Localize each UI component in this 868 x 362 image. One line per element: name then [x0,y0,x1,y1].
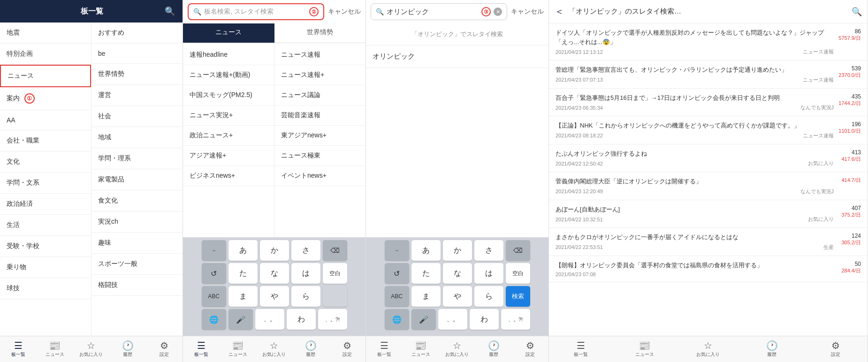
kb-abc-2[interactable]: ABC [202,286,226,307]
kb-mic-3[interactable]: 🎤 [411,309,436,330]
kb-ha-2[interactable]: は [291,263,320,284]
tab-news-2[interactable]: ニュース [183,23,274,43]
kb-wa-2[interactable]: わ [287,309,316,330]
panel1-search-icon[interactable]: 🔍 [165,6,175,16]
result-item[interactable]: ニュース速報+(動画) [183,65,274,85]
result-item[interactable]: ニュース極東 [274,146,365,166]
nav3-hist[interactable]: 🕐 履歴 [475,336,512,362]
result-search-icon[interactable]: 🔍 [852,7,862,17]
board-item[interactable]: 球技 [0,278,91,299]
board-item[interactable]: おすすめ [91,23,183,44]
kb-wa-3[interactable]: わ [470,309,499,330]
board-item[interactable]: 地域 [91,127,183,148]
news-item-3[interactable]: 【正論】NHK「これからオリンピックへの機運をどうやって高めて行くかが課題です。… [549,116,868,144]
kb-ha-3[interactable]: は [474,263,503,284]
suggestion-item-3[interactable]: オリンピック [366,45,548,68]
kb-search-3[interactable]: 検索 [506,286,530,307]
news-item-6[interactable]: あぼーん[自動あぼーん] 2021/04/22 10:32:51 お気に入り 4… [549,200,868,228]
kb-sa-2[interactable]: さ [291,240,320,261]
board-item[interactable]: 政治経済 [0,194,91,215]
board-item[interactable]: スポーツ一般 [91,254,183,275]
kb-ra-2[interactable]: ら [291,286,320,307]
search-box-3[interactable]: 🔍 オリンピック ③ ✕ [371,3,507,20]
news-item-8[interactable]: 【朗報】オリンピック委員会「選手村の食堂では福島県の食材を活用する」 2021/… [549,256,868,283]
news-item-1[interactable]: 菅総理「緊急事態宣言出ても、オリンピック・パラリンピックは予定通り進めたい」 2… [549,60,868,89]
kb-abc-3[interactable]: ABC [385,286,409,307]
news-item-4[interactable]: たぶんオリンピック強行するよね 2021/04/22 12:50:42 お気に入… [549,144,868,173]
kb-ka-3[interactable]: か [443,240,472,261]
kb-ma-3[interactable]: ま [411,286,441,307]
nav3-board[interactable]: ☰ 板一覧 [366,336,403,362]
result-item[interactable]: 中国スモッグ(PM2.5) [183,85,274,106]
nav2-board[interactable]: ☰ 板一覧 [183,336,220,362]
kb-ya-2[interactable]: や [260,286,289,307]
kb-mic-2[interactable]: 🎤 [228,309,253,330]
news-item-0[interactable]: ドイツ人「オリンピックで選手が人種差別反対のメッセージを出しても問題ないよな？」… [549,23,868,60]
clear-button-3[interactable]: ✕ [494,8,502,16]
kb-a-2[interactable]: あ [228,240,258,261]
board-item[interactable]: be [91,44,183,64]
nav-favorites[interactable]: ☆ お気に入り [73,336,110,362]
kb-na-2[interactable]: な [260,263,289,284]
result-item[interactable]: 芸能音楽速報 [274,106,365,126]
kb-punct-3[interactable]: 、。?! [501,309,530,330]
nav-settings[interactable]: ⚙ 設定 [146,336,183,362]
nav3-set[interactable]: ⚙ 設定 [512,336,548,362]
result-item[interactable]: アジア速報+ [183,146,274,166]
nav4-fav[interactable]: ☆ お気に入り [677,336,740,362]
board-item[interactable]: 運営 [91,85,183,106]
board-item[interactable]: 家電製品 [91,169,183,190]
kb-ta-2[interactable]: た [228,263,258,284]
board-item-selected[interactable]: ニュース [0,65,91,87]
board-item[interactable]: 社会 [91,106,183,127]
kb-ma-2[interactable]: ま [228,286,258,307]
result-item[interactable]: イベントnews+ [274,166,365,186]
kb-arrow-2[interactable]: → [202,240,226,261]
kb-delete-3[interactable]: ⌫ [506,240,530,261]
news-item-2[interactable]: 百合子「緊急事態は5月16日まで」→17日はオリンピック会長が来日する日と判明 … [549,89,868,117]
kb-undo-2[interactable]: ↺ [202,263,226,284]
kb-comma-3[interactable]: 、。 [438,309,467,330]
kb-globe-3[interactable]: 🌐 [385,309,409,330]
board-item[interactable]: 学問・理系 [91,148,183,169]
kb-ta-3[interactable]: た [411,263,441,284]
kb-space-2[interactable]: 空白 [323,263,347,284]
result-item[interactable]: ニュース速報 [274,45,365,65]
nav4-board[interactable]: ☰ 板一覧 [549,336,613,362]
result-item[interactable]: ニュース速報+ [274,65,365,85]
result-item[interactable]: 政治ニュース+ [183,126,274,146]
kb-punct-2[interactable]: 、。?! [318,309,347,330]
board-item[interactable]: 受験・学校 [0,236,91,257]
news-item-5[interactable]: 菅義偉内閣総理大臣「逆にオリンピックは開催する」 2021/04/23 12:2… [549,172,868,200]
cancel-button-3[interactable]: キャンセル [511,8,544,16]
nav4-news[interactable]: 📰 ニュース [613,336,677,362]
nav-history[interactable]: 🕐 履歴 [109,336,146,362]
board-item[interactable]: AA [0,110,91,130]
nav2-set[interactable]: ⚙ 設定 [329,336,365,362]
kb-ka-2[interactable]: か [260,240,289,261]
board-item[interactable]: 乗り物 [0,257,91,278]
kb-ya-3[interactable]: や [443,286,472,307]
nav3-news[interactable]: 📰 ニュース [403,336,439,362]
result-item[interactable]: 速報headline [183,45,274,65]
result-item[interactable]: ビジネスnews+ [183,166,274,186]
nav2-news[interactable]: 📰 ニュース [220,336,256,362]
nav-news[interactable]: 📰 ニュース [37,336,73,362]
back-icon[interactable]: ＜ [555,5,564,18]
nav4-hist[interactable]: 🕐 履歴 [740,336,804,362]
kb-ra-3[interactable]: ら [474,286,503,307]
tab-world-2[interactable]: 世界情勢 [274,23,366,43]
nav3-fav[interactable]: ☆ お気に入り [439,336,476,362]
nav2-fav[interactable]: ☆ お気に入り [256,336,293,362]
cancel-button-2[interactable]: キャンセル [328,8,361,16]
kb-globe-2[interactable]: 🌐 [202,309,226,330]
search-box-2[interactable]: 🔍 板名検索, スレタイ検索 ② [188,3,324,20]
board-item[interactable]: 世界情勢 [91,64,183,85]
nav4-set[interactable]: ⚙ 設定 [804,336,868,362]
board-item[interactable]: 特別企画 [0,44,91,65]
kb-delete-2[interactable]: ⌫ [323,240,347,261]
board-item[interactable]: 文化 [0,151,91,173]
kb-arrow-3[interactable]: → [385,240,409,261]
board-item[interactable]: 食文化 [91,190,183,211]
news-item-7[interactable]: まさかもクロがオリンピックに一番手が届くアイドルになるとはな 2021/04/2… [549,228,868,256]
